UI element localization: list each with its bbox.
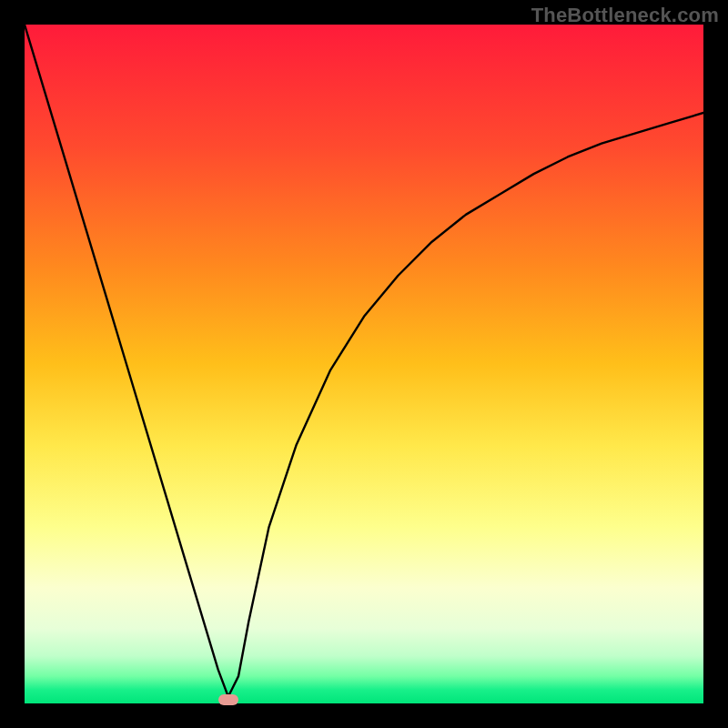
chart-frame: TheBottleneck.com bbox=[0, 0, 728, 728]
optimal-marker bbox=[218, 694, 238, 705]
bottleneck-curve bbox=[25, 25, 703, 703]
curve-path bbox=[25, 25, 703, 697]
watermark-text: TheBottleneck.com bbox=[531, 4, 719, 27]
